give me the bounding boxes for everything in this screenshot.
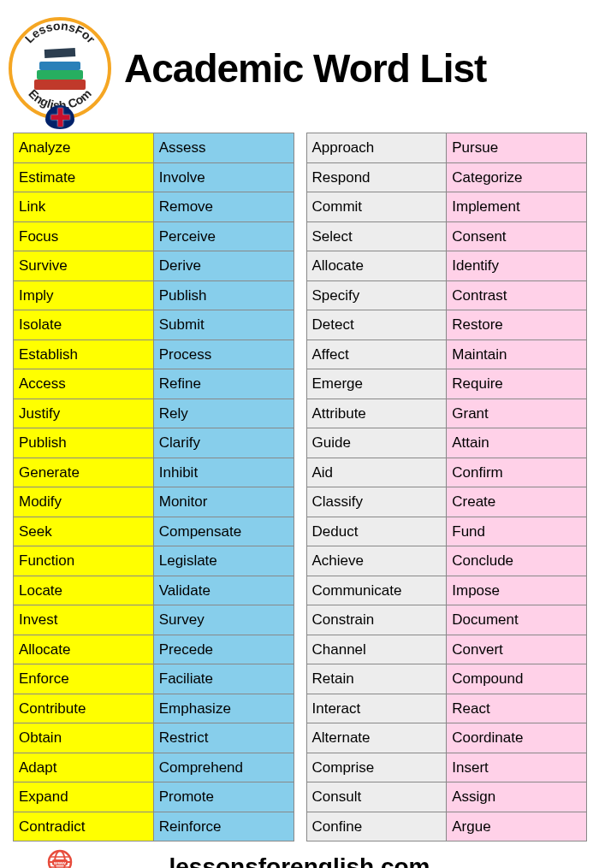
word-cell: Analyze (13, 133, 154, 163)
word-cell: Assign (446, 782, 587, 812)
word-cell: Communicate (306, 576, 448, 606)
word-cell: Submit (153, 310, 294, 340)
books-icon (34, 47, 86, 90)
word-cell: Locate (13, 576, 154, 606)
word-cell: Allocate (13, 635, 154, 665)
word-cell: Achieve (306, 546, 448, 576)
word-cell: Restore (446, 310, 587, 340)
svg-text:www: www (53, 860, 66, 865)
word-cell: Respond (306, 162, 448, 193)
word-cell: Constrain (306, 605, 448, 635)
word-cell: Perceive (153, 221, 294, 252)
word-cell: Select (306, 221, 448, 252)
word-cell: Modify (13, 487, 154, 517)
word-cell: Consent (446, 221, 587, 252)
word-cell: Survive (13, 251, 154, 281)
www-icon: www (43, 847, 77, 868)
word-cell: Guide (306, 428, 448, 458)
word-cell: Obtain (13, 723, 154, 753)
word-cell: Invest (13, 605, 154, 635)
word-cell: Implement (446, 192, 587, 222)
word-cell: Attribute (306, 399, 448, 429)
table-right: ApproachRespondCommitSelectAllocateSpeci… (306, 133, 587, 841)
word-cell: Maintain (446, 340, 587, 370)
word-cell: Rely (153, 399, 294, 429)
word-cell: Channel (306, 635, 448, 665)
word-cell: Justify (13, 399, 154, 429)
word-cell: Specify (306, 280, 448, 311)
word-cell: Aid (306, 458, 448, 488)
word-cell: Monitor (153, 487, 294, 517)
word-cell: Categorize (446, 162, 587, 193)
word-cell: React (446, 694, 587, 724)
column-yellow: AnalyzeEstimateLinkFocusSurviveImplyIsol… (13, 133, 153, 841)
word-cell: Interact (306, 694, 448, 724)
word-cell: Derive (153, 251, 294, 281)
word-cell: Clarify (153, 428, 294, 458)
table-left: AnalyzeEstimateLinkFocusSurviveImplyIsol… (13, 133, 294, 841)
word-cell: Conclude (446, 546, 587, 576)
word-cell: Imply (13, 280, 154, 311)
column-grey: ApproachRespondCommitSelectAllocateSpeci… (306, 133, 447, 841)
word-cell: Convert (446, 635, 587, 665)
word-cell: Approach (306, 133, 448, 163)
word-cell: Link (13, 192, 154, 222)
logo-circle: LessonsFor English.Com (9, 17, 111, 120)
word-cell: Survey (153, 605, 294, 635)
word-cell: Focus (13, 221, 154, 252)
logo: LessonsFor English.Com (9, 17, 111, 120)
word-cell: Confine (306, 812, 448, 842)
column-blue: AssessInvolveRemovePerceiveDerivePublish… (153, 133, 294, 841)
column-pink: PursueCategorizeImplementConsentIdentify… (446, 133, 586, 841)
word-cell: Affect (306, 340, 448, 370)
word-cell: Document (446, 605, 587, 635)
uk-flag-icon (45, 105, 74, 129)
word-cell: Refine (153, 369, 294, 399)
word-cell: Inhibit (153, 458, 294, 488)
word-cell: Pursue (446, 133, 587, 163)
word-cell: Publish (13, 428, 154, 458)
word-cell: Alternate (306, 723, 448, 753)
word-cell: Coordinate (446, 723, 587, 753)
svg-text:LessonsFor: LessonsFor (22, 19, 98, 46)
word-cell: Function (13, 546, 154, 576)
word-cell: Remove (153, 192, 294, 222)
word-cell: Retain (306, 664, 448, 694)
word-cell: Create (446, 487, 587, 517)
footer: www lessonsforenglish.com (9, 841, 590, 868)
word-cell: Commit (306, 192, 448, 222)
word-cell: Enforce (13, 664, 154, 694)
word-cell: Adapt (13, 753, 154, 783)
word-cell: Confirm (446, 458, 587, 488)
word-cell: Process (153, 340, 294, 370)
word-cell: Contradict (13, 812, 154, 842)
footer-url: lessonsforenglish.com (169, 853, 430, 868)
word-cell: Expand (13, 782, 154, 812)
word-cell: Seek (13, 517, 154, 547)
word-cell: Publish (153, 280, 294, 311)
word-cell: Grant (446, 399, 587, 429)
word-cell: Allocate (306, 251, 448, 281)
word-cell: Generate (13, 458, 154, 488)
word-cell: Comprehend (153, 753, 294, 783)
word-cell: Involve (153, 162, 294, 193)
word-cell: Assess (153, 133, 294, 163)
header: LessonsFor English.Com Academic Word Lis… (9, 9, 590, 133)
word-cell: Legislate (153, 546, 294, 576)
page-title: Academic Word List (124, 45, 590, 92)
word-cell: Estimate (13, 162, 154, 193)
word-cell: Promote (153, 782, 294, 812)
word-cell: Reinforce (153, 812, 294, 842)
word-cell: Emerge (306, 369, 448, 399)
word-cell: Identify (446, 251, 587, 281)
word-cell: Compound (446, 664, 587, 694)
word-cell: Attain (446, 428, 587, 458)
word-cell: Classify (306, 487, 448, 517)
word-cell: Insert (446, 753, 587, 783)
word-cell: Contribute (13, 694, 154, 724)
word-cell: Impose (446, 576, 587, 606)
word-cell: Isolate (13, 310, 154, 340)
word-cell: Restrict (153, 723, 294, 753)
word-cell: Require (446, 369, 587, 399)
word-cell: Consult (306, 782, 448, 812)
